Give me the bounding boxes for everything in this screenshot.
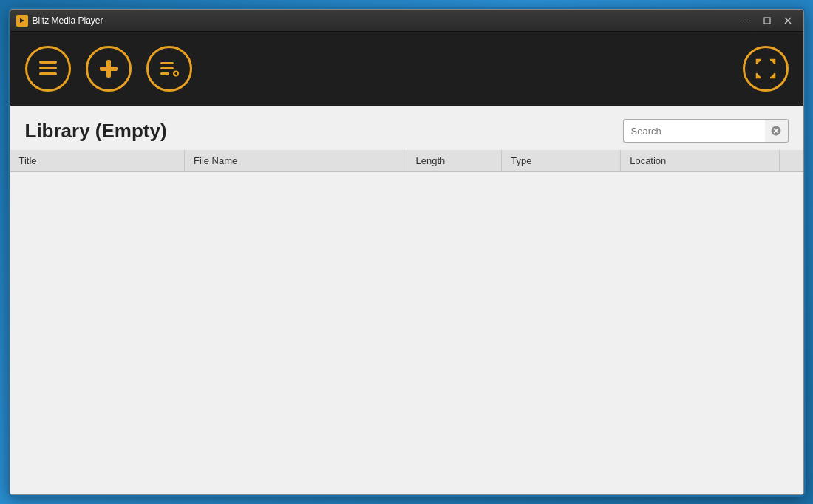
col-header-location: Location [621, 150, 780, 172]
svg-rect-7 [39, 72, 57, 75]
close-button[interactable] [778, 13, 797, 28]
search-container [623, 119, 789, 143]
window-title: Blitz Media Player [33, 16, 103, 26]
fullscreen-button[interactable] [743, 46, 789, 92]
app-icon [16, 15, 28, 27]
col-header-type: Type [502, 150, 621, 172]
svg-rect-9 [100, 67, 118, 71]
title-bar-left: Blitz Media Player [16, 15, 103, 27]
svg-rect-2 [764, 18, 770, 24]
maximize-button[interactable] [758, 13, 777, 28]
svg-rect-12 [160, 72, 169, 75]
library-table-container: Title File Name Length Type Location [10, 150, 803, 494]
search-input[interactable] [623, 119, 765, 143]
svg-rect-1 [743, 21, 750, 21]
toolbar-buttons [25, 46, 192, 92]
svg-rect-6 [39, 67, 57, 69]
playlist-button[interactable] [146, 46, 192, 92]
library-button[interactable] [25, 46, 71, 92]
title-bar: Blitz Media Player [10, 10, 803, 32]
col-header-extra [779, 150, 803, 172]
col-header-length: Length [406, 150, 502, 172]
window-controls [737, 13, 797, 28]
search-clear-button[interactable] [765, 119, 789, 143]
library-title: Library (Empty) [25, 120, 167, 143]
add-button[interactable] [86, 46, 132, 92]
svg-rect-10 [160, 62, 174, 64]
content-area: Library (Empty) Title File Name [10, 106, 803, 494]
col-header-filename: File Name [185, 150, 406, 172]
table-header-row: Title File Name Length Type Location [10, 150, 803, 172]
svg-rect-5 [39, 61, 57, 64]
main-window: Blitz Media Player [10, 9, 804, 495]
col-header-title: Title [10, 150, 185, 172]
toolbar [10, 32, 803, 106]
minimize-button[interactable] [737, 13, 756, 28]
library-table: Title File Name Length Type Location [10, 150, 803, 172]
svg-marker-0 [20, 18, 24, 23]
library-header: Library (Empty) [10, 106, 803, 150]
svg-rect-11 [160, 67, 174, 69]
